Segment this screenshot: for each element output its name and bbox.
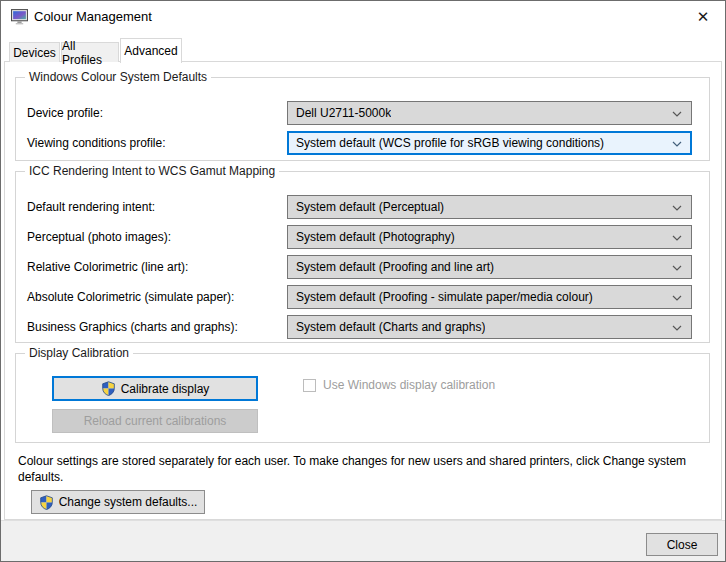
close-button[interactable]: Close [646,533,718,556]
chevron-down-icon [672,141,682,147]
relative-colorimetric-label: Relative Colorimetric (line art): [27,260,188,274]
chevron-down-icon [672,111,682,117]
tab-all-profiles-label: All Profiles [62,39,118,67]
relative-colorimetric-dropdown[interactable]: System default (Proofing and line art) [287,255,692,279]
title-bar: Colour Management ✕ [1,1,725,31]
chevron-down-icon [672,235,682,241]
tab-devices[interactable]: Devices [9,42,60,62]
reload-current-calibrations-label: Reload current calibrations [84,414,227,428]
colour-management-app-icon [11,8,28,25]
group-windows-colour-system-defaults: Windows Colour System Defaults Device pr… [15,77,710,161]
tab-all-profiles[interactable]: All Profiles [61,42,119,62]
chevron-down-icon [672,205,682,211]
checkbox-box [303,379,316,392]
colour-settings-note: Colour settings are stored separately fo… [18,453,706,485]
close-button-label: Close [667,538,698,552]
checkbox-label: Use Windows display calibration [323,378,495,392]
uac-shield-icon [39,495,54,510]
use-windows-display-calibration-checkbox[interactable]: Use Windows display calibration [303,378,495,392]
group-title: Display Calibration [25,346,133,360]
calibrate-display-button[interactable]: Calibrate display [52,376,258,401]
viewing-conditions-profile-dropdown[interactable]: System default (WCS profile for sRGB vie… [287,131,692,155]
uac-shield-icon [101,381,116,396]
change-system-defaults-label: Change system defaults... [59,495,198,509]
tab-advanced-label: Advanced [124,44,177,58]
chevron-down-icon [672,325,682,331]
device-profile-dropdown[interactable]: Dell U2711-5000k [287,101,692,125]
business-graphics-dropdown[interactable]: System default (Charts and graphs) [287,315,692,339]
tab-advanced[interactable]: Advanced [120,38,182,63]
tab-devices-label: Devices [13,46,56,60]
chevron-down-icon [672,265,682,271]
business-graphics-label: Business Graphics (charts and graphs): [27,320,238,334]
colour-management-dialog: Colour Management ✕ Devices All Profiles… [0,0,726,562]
group-title: Windows Colour System Defaults [25,70,211,84]
viewing-conditions-profile-label: Viewing conditions profile: [27,136,166,150]
absolute-colorimetric-label: Absolute Colorimetric (simulate paper): [27,290,234,304]
device-profile-label: Device profile: [27,106,103,120]
calibrate-display-label: Calibrate display [121,382,210,396]
group-icc-rendering-intent: ICC Rendering Intent to WCS Gamut Mappin… [15,171,710,343]
perceptual-dropdown[interactable]: System default (Photography) [287,225,692,249]
absolute-colorimetric-dropdown[interactable]: System default (Proofing - simulate pape… [287,285,692,309]
perceptual-label: Perceptual (photo images): [27,230,171,244]
change-system-defaults-button[interactable]: Change system defaults... [31,490,205,514]
group-display-calibration: Display Calibration Calibrate display Us… [15,353,710,443]
chevron-down-icon [672,295,682,301]
group-title: ICC Rendering Intent to WCS Gamut Mappin… [25,164,279,178]
close-icon[interactable]: ✕ [687,5,719,28]
dialog-footer [1,520,725,561]
reload-current-calibrations-button[interactable]: Reload current calibrations [52,409,258,433]
default-rendering-intent-dropdown[interactable]: System default (Perceptual) [287,195,692,219]
window-title: Colour Management [34,9,152,24]
default-rendering-intent-label: Default rendering intent: [27,200,155,214]
